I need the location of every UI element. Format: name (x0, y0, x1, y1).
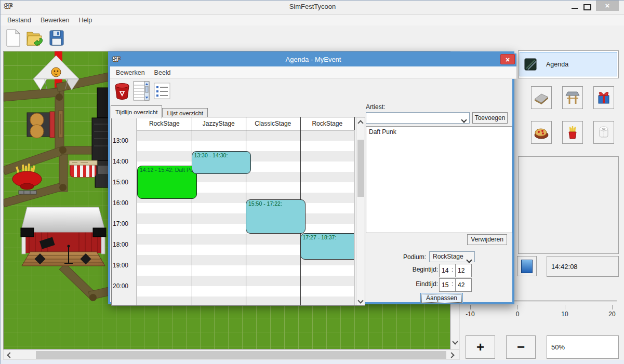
entrance-gate-icon (565, 90, 580, 105)
save-icon (49, 30, 64, 46)
slider-tick-label: 20 (608, 311, 615, 318)
open-folder-icon (26, 29, 44, 47)
stage-column-header: RockStage (300, 117, 355, 130)
menu-item-help[interactable]: Help (74, 17, 97, 24)
scroll-right-icon[interactable] (448, 352, 454, 358)
remove-artist-button[interactable]: Verwijderen (467, 234, 507, 245)
map-hscroll-thumb[interactable] (36, 351, 446, 359)
build-gift-button[interactable] (593, 86, 614, 109)
artist-label: Artiest: (366, 103, 385, 111)
tab-tijdlijn-overzicht[interactable]: Tijdlijn overzicht (111, 105, 162, 118)
build-entrance-gate-button[interactable] (562, 86, 583, 109)
scroll-down-icon[interactable] (357, 298, 363, 303)
time-gutter: 13:0014:0015:0016:0017:0018:0019:0020:00 (112, 117, 137, 306)
menu-item-bestand[interactable]: Bestand (3, 17, 36, 24)
slider-tick-label: 10 (561, 311, 568, 318)
hour-label: 17:00 (113, 220, 128, 227)
save-button[interactable] (47, 28, 66, 48)
slider-tick-label: 0 (516, 311, 520, 318)
dialog-menu-item-bewerken[interactable]: Bewerken (111, 69, 150, 76)
schedule-event[interactable]: 17:27 - 18:37: (300, 233, 355, 260)
delete-event-button[interactable] (113, 81, 131, 102)
info-panel (518, 156, 619, 254)
play-pause-button[interactable] (517, 256, 537, 276)
toolbox-item-label: Agenda (546, 61, 568, 68)
window-menubar: BestandBewerkenHelp (1, 14, 624, 25)
time-separator: : (452, 266, 453, 273)
stage-column-header: JazzyStage (192, 117, 247, 130)
dialog-titlebar[interactable]: SF Agenda - MyEvent × (110, 53, 516, 66)
build-fries-button[interactable] (562, 121, 583, 144)
map-horizontal-scrollbar[interactable] (3, 349, 460, 360)
minimize-button[interactable] (569, 4, 580, 11)
build-toilet-paper-button[interactable] (593, 121, 614, 144)
dialog-close-button[interactable]: × (500, 54, 515, 64)
artist-dropdown[interactable] (366, 112, 470, 124)
hour-label: 20:00 (113, 282, 128, 290)
hour-label: 16:00 (113, 199, 128, 207)
entrance-tent (33, 56, 79, 90)
scroll-down-icon[interactable] (452, 339, 458, 344)
schedule-scroll-thumb[interactable] (357, 140, 364, 197)
list-view-icon (154, 83, 170, 99)
chevron-down-icon (462, 116, 466, 124)
build-road-button[interactable] (531, 86, 552, 109)
window-titlebar: SF SimFestTycoon × (1, 1, 624, 13)
play-state-icon (521, 260, 533, 273)
open-file-button[interactable] (25, 28, 44, 48)
apply-button[interactable]: Aanpassen (420, 293, 463, 304)
podium-select[interactable]: RockStage (429, 251, 475, 262)
dialog-toolbar (110, 79, 516, 105)
hour-label: 14:00 (113, 158, 128, 165)
artist-listbox[interactable]: Daft Punk (366, 126, 512, 233)
zoom-level-value: 50% (551, 343, 565, 351)
fries-icon (565, 125, 580, 140)
artist-list-item[interactable]: Daft Punk (366, 127, 512, 137)
agenda-dialog: SF Agenda - MyEvent × BewerkenBeeld (108, 51, 514, 304)
scroll-up-icon[interactable] (357, 120, 363, 126)
schedule-scrollbar[interactable] (356, 118, 365, 306)
zoom-out-button[interactable]: − (506, 335, 536, 359)
window-frame-bottom (1, 360, 624, 364)
schedule-event[interactable]: 15:50 - 17:22: (246, 199, 306, 233)
slider-tick (517, 305, 518, 309)
close-button[interactable]: × (596, 1, 619, 11)
table-view-button[interactable] (132, 80, 151, 102)
add-artist-button[interactable]: Toevoegen (472, 112, 508, 124)
list-view-button[interactable] (153, 81, 171, 101)
end-minute-input[interactable] (455, 278, 472, 292)
table-view-icon (133, 81, 150, 101)
scroll-left-icon[interactable] (7, 352, 12, 358)
stage-column-header: RockStage (137, 117, 192, 130)
pizza-icon (534, 125, 549, 140)
new-document-button[interactable] (4, 28, 22, 48)
maximize-button[interactable] (582, 3, 591, 10)
end-time-label: Eindtijd: (393, 280, 438, 288)
toolbox-item-agenda[interactable]: Agenda (520, 52, 617, 76)
schedule-event[interactable]: 13:30 - 14:30: (192, 151, 251, 174)
podium-select-value: RockStage (433, 253, 463, 260)
schedule-event[interactable]: 14:12 - 15:42: Daft Punk (137, 166, 197, 199)
gift-icon (596, 90, 612, 105)
zoom-in-button[interactable]: + (466, 335, 495, 359)
slider-tick-label: -10 (466, 311, 474, 318)
striped-stall (69, 160, 97, 177)
dialog-menu-item-beeld[interactable]: Beeld (150, 69, 176, 76)
start-time-label: Begintijd: (393, 266, 438, 273)
slider-tick (612, 305, 613, 309)
schedule-header: RockStageJazzyStageClassicStageRockStage (137, 117, 354, 130)
time-separator: : (452, 280, 453, 288)
hour-label: 13:00 (113, 137, 128, 144)
build-pizza-button[interactable] (531, 121, 552, 144)
window-title: SimFestTycoon (1, 3, 624, 10)
hour-label: 18:00 (113, 241, 128, 248)
podium-label: Podium: (380, 253, 426, 261)
toilet-paper-icon (596, 125, 612, 140)
game-clock-value: 14:42:08 (551, 263, 578, 271)
slider-tick (565, 305, 565, 309)
road-icon (534, 90, 549, 105)
schedule-rows[interactable]: 14:12 - 15:42: Daft Punk13:30 - 14:30:15… (137, 130, 354, 306)
menu-item-bewerken[interactable]: Bewerken (36, 17, 74, 24)
zoom-level-field[interactable]: 50% (547, 335, 619, 359)
start-minute-input[interactable] (455, 264, 472, 277)
